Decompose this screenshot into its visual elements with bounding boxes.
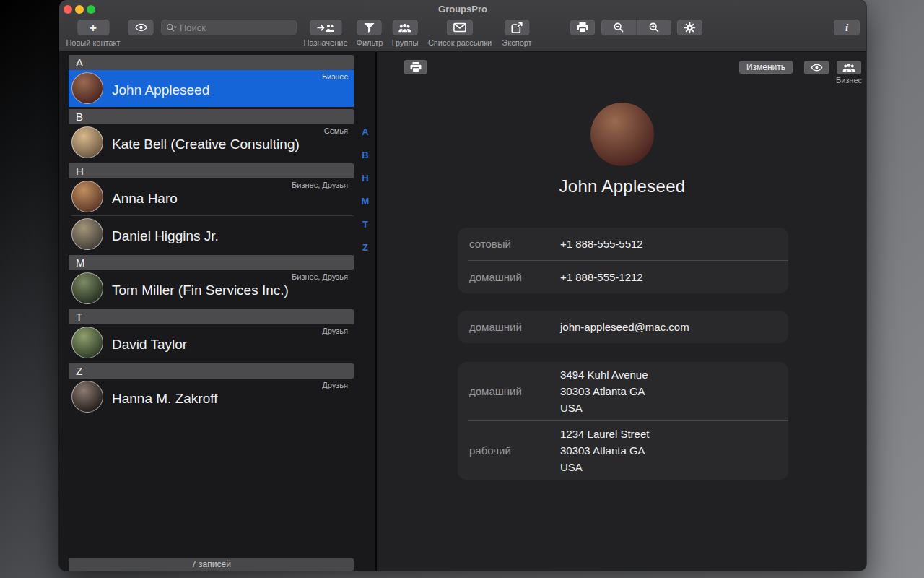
print-button[interactable] [570,20,595,35]
avatar [71,181,103,212]
phone-card: сотовый+1 888-555-5512домашний+1 888-555… [458,228,788,293]
contact-name: Daniel Higgins Jr. [112,228,219,243]
print-icon [409,61,422,73]
contact-section: BKate Bell (Creative Consulting)Семья [69,109,354,161]
contact-row[interactable]: Anna HaroБизнес, Друзья [69,178,354,215]
contact-detail-pane: Изменить Бизнес John Appleseed сотовый+1… [377,52,866,571]
filter-icon [364,22,375,33]
export-button[interactable] [505,20,529,35]
card-row[interactable]: домашнийjohn-appleseed@mac.com [458,311,788,343]
contact-tags: Бизнес [322,72,348,81]
contact-list-pane: AJohn AppleseedБизнесBKate Bell (Creativ… [59,52,375,571]
contact-name: Tom Miller (Fin Services Inc.) [112,282,289,298]
info-icon: i [845,22,848,34]
value-line: 1234 Laurel Street [560,426,649,442]
contact-list: AJohn AppleseedБизнесBKate Bell (Creativ… [69,55,354,418]
value-line: 30303 Atlanta GA [560,442,649,459]
field-value: +1 888-555-5512 [560,236,643,252]
avatar [71,126,103,158]
alphabet-index: ABHMTZ [357,123,374,262]
section-header: Z [69,363,354,379]
section-header: A [69,55,354,70]
preview-button[interactable] [128,20,154,35]
index-letter[interactable]: B [357,146,374,169]
zoom-segmented-control [601,20,671,35]
index-letter[interactable]: H [357,169,374,192]
index-letter[interactable]: T [357,215,374,238]
export-label: Экспорт [502,39,531,47]
settings-button[interactable] [677,20,702,35]
index-letter[interactable]: M [357,192,374,215]
info-button[interactable]: i [834,20,860,35]
detail-print-button[interactable] [404,60,427,74]
contact-tags: Бизнес, Друзья [292,272,348,281]
detail-groups-button[interactable] [837,61,861,74]
mailing-list-tool: Список рассылки [428,20,492,47]
section-header: M [69,255,354,270]
contact-section: AJohn AppleseedБизнес [69,55,354,107]
search-icon [166,23,177,33]
field-label: сотовый [469,238,560,250]
contact-tags: Друзья [322,327,348,335]
mailing-list-button[interactable] [447,20,473,35]
contact-row[interactable]: Hanna M. ZakroffДрузья [69,379,354,415]
detail-preview-button[interactable] [804,61,829,74]
zoom-out-button[interactable] [601,20,637,35]
groups-icon [398,22,412,33]
field-label: домашний [469,385,560,397]
value-line: +1 888-555-5512 [560,236,643,252]
print-icon [576,22,589,33]
card-row[interactable]: домашний3494 Kuhl Avenue30303 Atlanta GA… [458,362,788,420]
assign-label: Назначение [303,39,347,47]
envelope-icon [453,22,466,33]
filter-label: Фильтр [357,39,383,47]
email-card: домашнийjohn-appleseed@mac.com [458,311,788,343]
index-letter[interactable]: Z [357,238,374,262]
value-line: USA [560,459,649,475]
contact-name: Anna Haro [112,190,178,206]
contact-name: David Taylor [112,336,187,352]
search-field[interactable] [161,20,297,35]
assign-tool: Назначение [303,20,347,47]
groups-button[interactable] [393,20,418,35]
group-badge: Бизнес [836,76,862,85]
contact-row[interactable]: Tom Miller (Fin Services Inc.)Бизнес, Др… [69,270,354,307]
card-row[interactable]: рабочий1234 Laurel Street30303 Atlanta G… [458,421,788,480]
avatar [71,272,103,304]
new-contact-label: Новый контакт [66,39,120,47]
contact-tags: Бизнес, Друзья [292,181,348,189]
card-row[interactable]: домашний+1 888-555-1212 [458,261,788,293]
zoom-out-icon [613,22,624,33]
card-row[interactable]: сотовый+1 888-555-5512 [458,228,788,260]
contact-row[interactable]: John AppleseedБизнес [69,70,354,107]
contact-row[interactable]: Daniel Higgins Jr. [69,216,354,253]
toolbar: GroupsPro + Новый контакт [59,0,866,52]
assign-button[interactable] [310,20,341,35]
value-line: 3494 Kuhl Avenue [560,366,648,383]
contact-section: ZHanna M. ZakroffДрузья [69,363,354,415]
value-line: 30303 Atlanta GA [560,383,648,400]
field-value: +1 888-555-1212 [560,269,643,285]
index-letter[interactable]: A [357,123,374,146]
edit-button[interactable]: Изменить [739,61,793,74]
new-contact-button[interactable]: + [77,20,109,35]
field-label: рабочий [469,444,560,457]
gear-icon [684,22,696,34]
zoom-in-icon [648,22,660,33]
export-icon [511,22,523,34]
search-input[interactable] [180,22,307,33]
contact-row[interactable]: David TaylorДрузья [69,324,354,361]
contact-section: TDavid TaylorДрузья [69,309,354,361]
field-value: john-appleseed@mac.com [560,319,689,335]
zoom-in-button[interactable] [637,20,671,35]
avatar [71,72,103,104]
contact-detail-name: John Appleseed [377,176,866,197]
preview-tool [128,20,154,35]
section-header: T [69,309,354,324]
contact-tags: Друзья [322,381,348,389]
contact-tags: Семья [324,126,348,135]
contact-row[interactable]: Kate Bell (Creative Consulting)Семья [69,124,354,161]
record-count: 7 записей [69,558,354,571]
filter-button[interactable] [357,20,382,35]
export-tool: Экспорт [502,20,531,47]
